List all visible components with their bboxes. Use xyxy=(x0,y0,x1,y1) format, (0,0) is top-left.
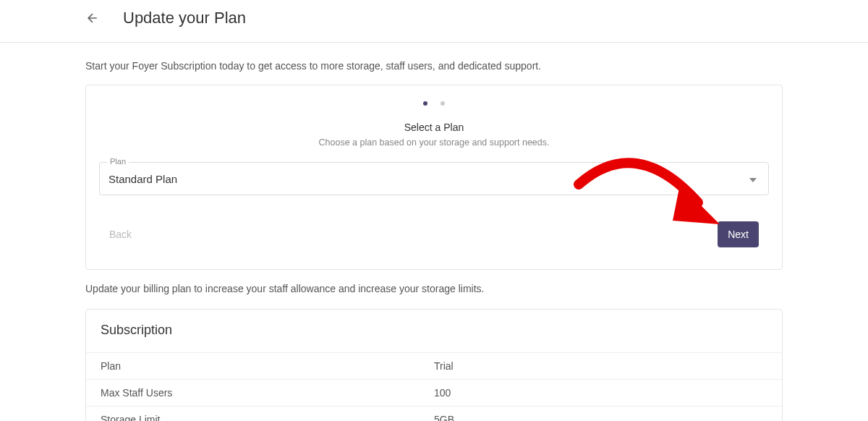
plan-select[interactable]: Plan Standard Plan xyxy=(99,162,769,195)
back-arrow-icon[interactable] xyxy=(85,11,100,25)
stepper xyxy=(99,101,769,106)
plan-select-label: Plan xyxy=(107,157,129,166)
table-row: Storage Limit 5GB xyxy=(86,406,782,421)
step-subtitle: Choose a plan based on your storage and … xyxy=(99,137,769,148)
chevron-down-icon xyxy=(749,172,757,185)
next-button[interactable]: Next xyxy=(718,221,759,247)
back-button: Back xyxy=(109,229,132,240)
step-dot-1 xyxy=(423,101,427,106)
row-key: Max Staff Users xyxy=(101,387,434,399)
subscription-title: Subscription xyxy=(86,310,782,352)
table-row: Max Staff Users 100 xyxy=(86,379,782,406)
table-row: Plan Trial xyxy=(86,352,782,379)
step-dot-2 xyxy=(441,101,445,106)
subscription-card: Subscription Plan Trial Max Staff Users … xyxy=(85,309,783,421)
page-title: Update your Plan xyxy=(123,9,246,27)
wizard-actions: Back Next xyxy=(99,221,769,247)
row-key: Plan xyxy=(101,360,434,372)
step-title: Select a Plan xyxy=(99,122,769,133)
plan-select-value: Standard Plan xyxy=(109,173,177,185)
update-info-text: Update your billing plan to increase you… xyxy=(85,283,783,294)
row-key: Storage Limit xyxy=(101,414,434,421)
page-header: Update your Plan xyxy=(0,0,868,43)
row-value: 100 xyxy=(434,387,767,399)
intro-text: Start your Foyer Subscription today to g… xyxy=(85,60,783,72)
row-value: 5GB xyxy=(434,414,767,421)
row-value: Trial xyxy=(434,360,767,372)
plan-wizard-card: Select a Plan Choose a plan based on you… xyxy=(85,85,783,270)
